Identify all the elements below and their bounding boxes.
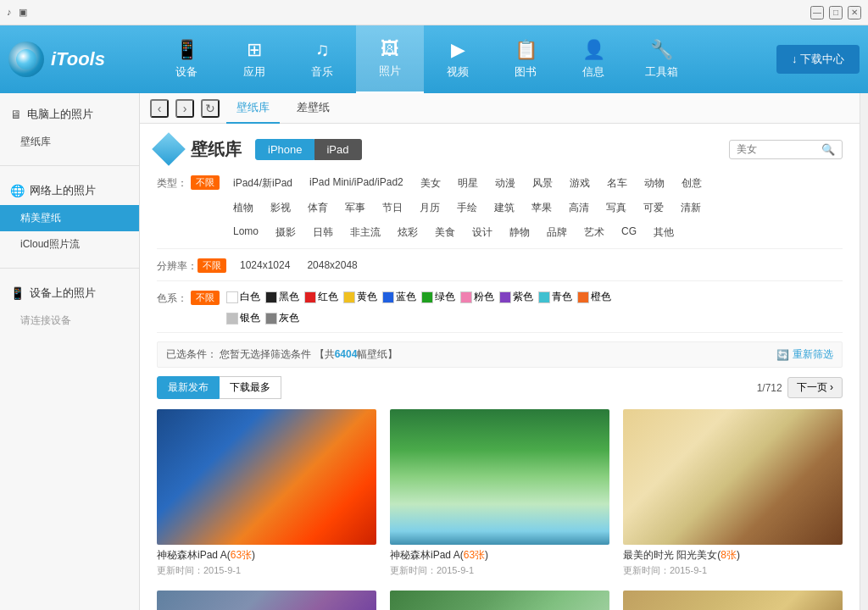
reset-filter-button[interactable]: 🔄 重新筛选 xyxy=(776,347,833,362)
filter-tag-design[interactable]: 设计 xyxy=(465,224,499,241)
search-input[interactable] xyxy=(737,143,821,155)
tab-wallpaper-lib[interactable]: 壁纸库 xyxy=(226,93,280,124)
filter-tag-architecture[interactable]: 建筑 xyxy=(487,199,521,217)
filter-resolution-label: 分辨率： xyxy=(157,259,198,274)
device-tab-iphone[interactable]: iPhone xyxy=(255,139,314,160)
filter-color-tags: 白色 黑色 红色 黄色 蓝色 绿色 粉色 紫色 青色 橙色 银色 灰色 xyxy=(226,290,843,325)
filter-tag-military[interactable]: 军事 xyxy=(338,199,372,217)
sort-mostdownload-button[interactable]: 下载最多 xyxy=(220,376,281,399)
nav-item-tools[interactable]: 🔧 工具箱 xyxy=(627,25,695,93)
sidebar-section-device: 📱 设备上的照片 请连接设备 xyxy=(0,272,139,341)
color-green[interactable]: 绿色 xyxy=(421,290,455,304)
filter-res-1024[interactable]: 1024x1024 xyxy=(233,258,297,273)
filter-tag-star[interactable]: 明星 xyxy=(451,175,485,192)
color-red[interactable]: 红色 xyxy=(304,290,338,304)
filter-tag-calendar[interactable]: 月历 xyxy=(413,199,447,217)
sidebar-header-pc-label: 电脑上的照片 xyxy=(27,107,93,122)
nav-item-apps[interactable]: ⊞ 应用 xyxy=(220,25,288,93)
filter-tag-animal[interactable]: 动物 xyxy=(637,175,671,192)
forward-button[interactable]: › xyxy=(175,99,194,118)
filter-tag-game[interactable]: 游戏 xyxy=(563,175,597,192)
filter-tag-food[interactable]: 美食 xyxy=(428,224,462,241)
filter-type-badge[interactable]: 不限 xyxy=(191,175,220,190)
filter-tag-beauty[interactable]: 美女 xyxy=(414,175,448,192)
sidebar-item-icloud[interactable]: iCloud照片流 xyxy=(0,231,139,258)
color-purple[interactable]: 紫色 xyxy=(499,290,533,304)
toolbar: ‹ › ↻ 壁纸库 差壁纸 xyxy=(140,93,860,124)
filter-res-2048[interactable]: 2048x2048 xyxy=(300,258,364,273)
color-pink[interactable]: 粉色 xyxy=(460,290,494,304)
filter-tag-lomo[interactable]: Lomo xyxy=(226,224,265,241)
filter-tag-colorful[interactable]: 炫彩 xyxy=(391,224,425,241)
filter-tag-car[interactable]: 名车 xyxy=(600,175,634,192)
color-swatch-green xyxy=(421,291,433,303)
filter-tag-photo[interactable]: 摄影 xyxy=(269,224,303,241)
nav-item-music[interactable]: ♫ 音乐 xyxy=(288,25,356,93)
close-button[interactable]: ✕ xyxy=(848,6,861,19)
filter-color-badge[interactable]: 不限 xyxy=(191,291,220,305)
filter-tag-sport[interactable]: 体育 xyxy=(301,199,335,217)
nav-item-books[interactable]: 📋 图书 xyxy=(492,25,559,93)
filter-tag-fresh[interactable]: 清新 xyxy=(674,199,708,217)
tab-my-wallpaper[interactable]: 差壁纸 xyxy=(287,93,340,124)
filter-resolution-badge[interactable]: 不限 xyxy=(198,258,226,273)
filter-tag-ipadmini[interactable]: iPad Mini/iPad/iPad2 xyxy=(303,175,410,192)
filter-tag-other[interactable]: 其他 xyxy=(647,224,681,241)
filter-tag-niche[interactable]: 非主流 xyxy=(343,224,387,241)
filter-tag-scenery[interactable]: 风景 xyxy=(526,175,559,192)
sidebar-item-wallpaper-lib[interactable]: 壁纸库 xyxy=(0,129,139,155)
device-tab-ipad[interactable]: iPad xyxy=(314,139,361,160)
color-blue[interactable]: 蓝色 xyxy=(382,290,416,304)
filter-tag-film[interactable]: 影视 xyxy=(264,199,298,217)
filter-tag-cute[interactable]: 可爱 xyxy=(637,199,670,217)
color-swatch-purple xyxy=(499,291,511,303)
refresh-button[interactable]: ↻ xyxy=(201,99,220,118)
color-orange[interactable]: 橙色 xyxy=(577,290,611,304)
sidebar-item-jingmei[interactable]: 精美壁纸 xyxy=(0,205,139,231)
color-swatch-pink xyxy=(460,291,472,303)
sidebar-item-connect[interactable]: 请连接设备 xyxy=(0,308,139,334)
filter-tag-apple[interactable]: 苹果 xyxy=(525,199,559,217)
scrollbar-track[interactable] xyxy=(860,93,868,610)
sidebar-header-device-label: 设备上的照片 xyxy=(30,286,96,301)
next-page-button[interactable]: 下一页 › xyxy=(787,377,843,398)
nav-item-video[interactable]: ▶ 视频 xyxy=(424,25,492,93)
minimize-button[interactable]: — xyxy=(810,6,824,19)
filter-tag-handdrawn[interactable]: 手绘 xyxy=(450,199,484,217)
nav-item-device[interactable]: 📱 设备 xyxy=(153,25,220,93)
filter-tag-cg[interactable]: CG xyxy=(615,224,643,241)
filter-tag-brand[interactable]: 品牌 xyxy=(540,224,574,241)
download-center-button[interactable]: ↓ 下载中心 xyxy=(776,45,860,74)
filter-tag-portrait[interactable]: 写真 xyxy=(599,199,633,217)
filter-tag-japan[interactable]: 日韩 xyxy=(306,224,340,241)
maximize-button[interactable]: □ xyxy=(829,6,843,19)
filter-tag-ipad4[interactable]: iPad4/新iPad xyxy=(226,175,299,192)
color-white[interactable]: 白色 xyxy=(226,290,260,304)
filter-tag-creative[interactable]: 创意 xyxy=(675,175,709,192)
nav-item-photos[interactable]: 🖼 照片 xyxy=(356,25,424,93)
wallpaper-item-5[interactable]: ⬇ xyxy=(390,591,609,610)
filter-tag-stilllife[interactable]: 静物 xyxy=(503,224,537,241)
wallpaper-item-1[interactable]: ⬇ 神秘森林iPad A(63张) 更新时间：2015-9-1 xyxy=(157,409,376,577)
color-black[interactable]: 黑色 xyxy=(265,290,299,304)
wallpaper-item-6[interactable]: ⬇ xyxy=(623,591,843,610)
filter-tag-hd[interactable]: 高清 xyxy=(562,199,596,217)
filter-tag-anime[interactable]: 动漫 xyxy=(488,175,522,192)
filter-tag-plant[interactable]: 植物 xyxy=(226,199,260,217)
sort-newest-button[interactable]: 最新发布 xyxy=(157,376,220,399)
color-label-white: 白色 xyxy=(240,290,260,304)
color-yellow[interactable]: 黄色 xyxy=(343,290,377,304)
back-button[interactable]: ‹ xyxy=(150,99,169,118)
device-icon: 📱 xyxy=(175,39,198,61)
filter-tag-festival[interactable]: 节日 xyxy=(376,199,409,217)
wallpaper-name-1: 神秘森林iPad A(63张) xyxy=(157,548,376,563)
color-cyan[interactable]: 青色 xyxy=(538,290,572,304)
wallpaper-item-4[interactable]: ⬇ xyxy=(157,591,376,610)
wallpaper-item-2[interactable]: ⬇ 神秘森林iPad A(63张) 更新时间：2015-9-1 xyxy=(390,409,609,577)
nav-label-books: 图书 xyxy=(515,64,537,80)
color-silver[interactable]: 银色 xyxy=(226,311,260,325)
nav-item-info[interactable]: 👤 信息 xyxy=(559,25,627,93)
color-gray[interactable]: 灰色 xyxy=(265,311,299,325)
wallpaper-item-3[interactable]: ⬇ 最美的时光 阳光美女(8张) 更新时间：2015-9-1 xyxy=(623,409,843,577)
filter-tag-art[interactable]: 艺术 xyxy=(577,224,611,241)
